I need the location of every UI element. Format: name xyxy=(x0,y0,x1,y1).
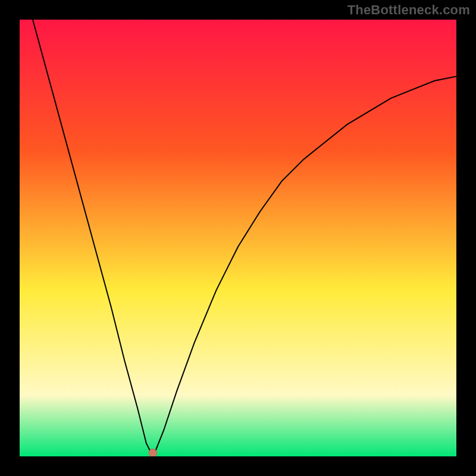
gradient-background xyxy=(20,20,456,456)
watermark-label: TheBottleneck.com xyxy=(347,2,470,18)
plot-area xyxy=(20,20,456,456)
optimal-point-marker xyxy=(149,449,156,456)
chart-svg xyxy=(20,20,456,456)
chart-frame: TheBottleneck.com xyxy=(0,0,476,476)
